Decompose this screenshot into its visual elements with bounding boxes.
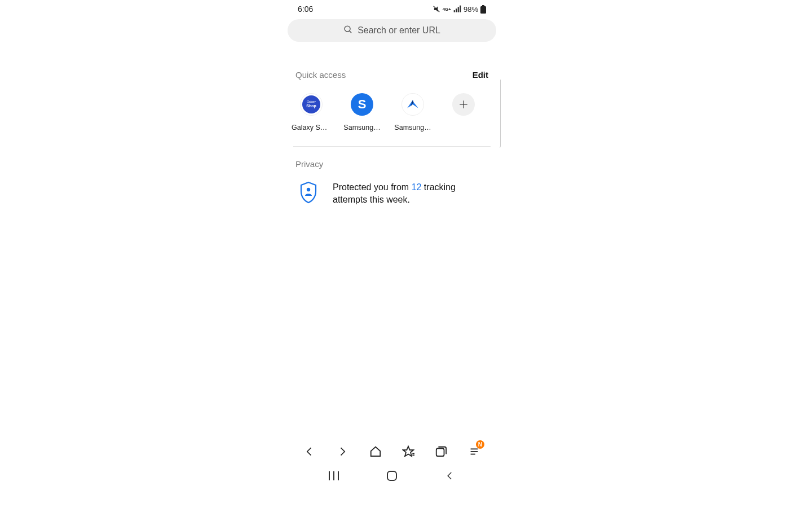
qa-item-galaxy-shop[interactable]: GalaxyShop Galaxy Shop — [295, 93, 327, 132]
quick-access-title: Quick access — [295, 70, 346, 80]
status-right: 4G+ 98% — [433, 5, 486, 14]
svg-point-11 — [307, 188, 310, 191]
browser-nav: N — [288, 439, 496, 464]
back-button[interactable] — [297, 439, 322, 464]
svg-rect-21 — [387, 471, 396, 480]
privacy-text: Protected you from 12 tracking attempts … — [333, 181, 485, 205]
privacy-title: Privacy — [288, 147, 496, 169]
battery-icon — [480, 5, 486, 14]
privacy-before: Protected you from — [333, 182, 412, 192]
url-bar[interactable]: Search or enter URL — [288, 19, 496, 42]
svg-rect-6 — [480, 6, 486, 14]
samsung-members-icon — [401, 93, 424, 116]
qa-label: Samsung… — [394, 124, 431, 132]
sys-back-button[interactable] — [433, 467, 467, 484]
svg-line-8 — [350, 30, 352, 33]
url-placeholder: Search or enter URL — [358, 25, 440, 36]
quick-access-header: Quick access Edit — [288, 70, 496, 80]
home-button[interactable] — [363, 439, 388, 464]
mute-icon — [433, 5, 440, 13]
network-type-icon: 4G+ — [443, 7, 451, 12]
system-nav — [288, 463, 496, 489]
bookmarks-button[interactable] — [396, 439, 421, 464]
shield-icon — [299, 181, 318, 204]
edit-button[interactable]: Edit — [473, 70, 488, 80]
svg-rect-5 — [482, 5, 484, 6]
svg-rect-3 — [458, 7, 459, 12]
svg-rect-4 — [460, 6, 461, 12]
menu-button[interactable]: N — [462, 439, 487, 464]
menu-badge: N — [476, 440, 484, 449]
samsung-s-icon: S — [351, 93, 373, 116]
svg-rect-14 — [436, 449, 444, 457]
scroll-indicator — [499, 80, 501, 147]
tabs-button[interactable] — [429, 439, 453, 464]
status-time: 6:06 — [298, 5, 313, 14]
qa-item-samsung-members[interactable]: Samsung… — [397, 93, 429, 132]
plus-icon — [452, 93, 475, 116]
quick-access-grid: GalaxyShop Galaxy Shop S Samsung… Samsun… — [288, 80, 496, 146]
galaxy-shop-icon: GalaxyShop — [300, 93, 323, 116]
recents-button[interactable] — [317, 467, 351, 484]
qa-add-button[interactable] — [448, 93, 479, 132]
privacy-row[interactable]: Protected you from 12 tracking attempts … — [288, 169, 496, 205]
signal-icon — [453, 5, 461, 13]
svg-point-7 — [345, 26, 350, 32]
privacy-count: 12 — [412, 182, 422, 192]
svg-rect-1 — [454, 10, 455, 12]
search-icon — [343, 25, 353, 37]
phone-frame: 6:06 4G+ 98% Search or enter URL Quick a… — [288, 0, 496, 491]
status-bar: 6:06 4G+ 98% — [288, 0, 496, 16]
svg-rect-2 — [456, 8, 457, 12]
sys-home-button[interactable] — [375, 467, 409, 484]
qa-item-samsung-s[interactable]: S Samsung… — [346, 93, 378, 132]
forward-button[interactable] — [330, 439, 355, 464]
qa-label: Galaxy Shop — [292, 124, 331, 132]
battery-percent: 98% — [464, 5, 478, 14]
qa-label: Samsung… — [343, 124, 380, 132]
